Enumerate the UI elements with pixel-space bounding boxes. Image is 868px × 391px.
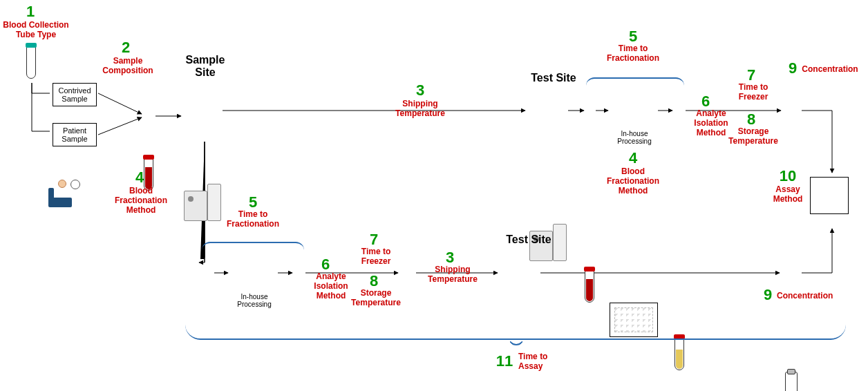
step-8-bot-label: Storage Temperature <box>348 289 404 308</box>
assay-box-icon <box>810 177 849 214</box>
contrived-sample-label: Contrived Sample <box>58 86 91 103</box>
step-10-number: 10 <box>774 167 802 185</box>
workflow-diagram: 1 Blood Collection Tube Type Contrived S… <box>0 0 868 391</box>
tube-collection-icon <box>26 46 36 79</box>
step-4-top-number: 4 <box>619 149 647 167</box>
step-11-number: 11 <box>491 352 518 370</box>
step-1-number: 1 <box>17 3 44 21</box>
contrived-sample-box: Contrived Sample <box>53 83 97 106</box>
whole-blood-tube-top-icon <box>585 269 594 303</box>
test-site-bot-title: Test Site <box>498 233 560 246</box>
plasma-tube-top-icon <box>674 337 684 370</box>
step-5-top-label: Time to Fractionation <box>598 44 668 64</box>
step-3-top-number: 3 <box>406 82 434 99</box>
svg-line-1 <box>98 117 142 135</box>
brace-11 <box>185 325 846 340</box>
step-4-top-label: Blood Fractionation Method <box>598 167 668 196</box>
step-3-top-label: Shipping Temperature <box>386 99 455 119</box>
step-11-label: Time to Assay <box>518 352 567 372</box>
inhouse-processing-top-label: In-house Processing <box>608 130 661 145</box>
step-2-label: Sample Composition <box>97 57 159 76</box>
vial-top-icon <box>785 372 798 391</box>
patient-icon <box>48 180 80 207</box>
step-8-top-label: Storage Temperature <box>726 127 781 146</box>
step-1-label: Blood Collection Tube Type <box>1 21 70 40</box>
step-9-top-label: Concentration <box>799 65 861 75</box>
patient-sample-box: Patient Sample <box>53 123 97 146</box>
step-9-bot-label: Concentration <box>777 292 839 301</box>
inhouse-processing-bot-label: In-house Processing <box>228 293 281 308</box>
step-5-bot-label: Time to Fractionation <box>218 210 287 229</box>
sample-site-title: Sample Site <box>174 54 236 79</box>
step-10-label: Assay Method <box>767 185 809 204</box>
step-9-bot-number: 9 <box>757 286 778 304</box>
svg-line-0 <box>98 93 142 114</box>
step-3-bot-label: Shipping Temperature <box>422 265 484 285</box>
step-4-left-number: 4 <box>126 169 153 187</box>
sample-site-machine-icon <box>184 184 221 225</box>
step-7-bot-label: Time to Freezer <box>348 247 404 267</box>
test-site-top-title: Test Site <box>522 72 585 84</box>
brace-bot-5 <box>202 242 304 251</box>
step-2-number: 2 <box>112 39 140 57</box>
brace-top-5 <box>586 77 684 87</box>
patient-sample-label: Patient Sample <box>62 126 87 143</box>
step-7-top-label: Time to Freezer <box>726 83 781 102</box>
step-4-left-label: Blood Fractionation Method <box>106 187 176 215</box>
